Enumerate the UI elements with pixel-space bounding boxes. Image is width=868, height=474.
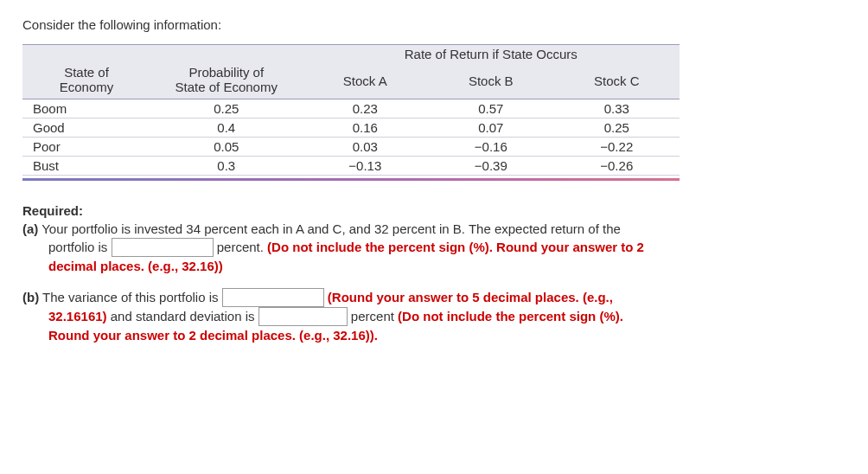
part-a-text2b: percent. [214,240,268,254]
table-row: Poor 0.05 0.03 −0.16 −0.22 [22,137,680,156]
cell-b: −0.16 [428,137,553,156]
cell-b: −0.39 [428,156,553,175]
col-stock-c: Stock C [554,63,680,99]
part-a: (a) Your portfolio is invested 34 percen… [22,220,827,277]
col-stock-a: Stock A [303,63,428,99]
table-header-row: State ofEconomy Probability ofState of E… [22,63,680,99]
cell-b: 0.07 [428,118,553,137]
table-row: Bust 0.3 −0.13 −0.39 −0.26 [22,156,680,175]
part-b-hint4: Round your answer to 2 decimal places. (… [48,328,378,343]
cell-state: Bust [22,156,150,175]
rate-header: Rate of Return if State Occurs [303,45,680,64]
table-super-header: Rate of Return if State Occurs [22,45,680,64]
cell-a: 0.03 [303,137,428,156]
cell-c: 0.33 [554,99,680,118]
col-state: State ofEconomy [22,63,150,99]
intro-text: Consider the following information: [22,17,846,32]
part-b-hint3: (Do not include the percent sign (%). [398,309,623,323]
col-stock-b: Stock B [428,63,553,99]
variance-input[interactable] [222,288,324,307]
cell-a: 0.16 [303,118,428,137]
cell-c: −0.22 [554,137,680,156]
cell-prob: 0.25 [150,99,303,118]
expected-return-input[interactable] [112,238,214,257]
cell-prob: 0.05 [150,137,303,156]
required-heading: Required: [22,203,846,218]
cell-c: 0.25 [554,118,680,137]
part-a-label: (a) [22,221,38,236]
part-b: (b) The variance of this portfolio is (R… [22,288,827,345]
part-b-text2: and standard deviation is [107,309,258,323]
part-b-hint2a: 32.16161) [48,309,107,323]
part-a-hint1: (Do not include the percent sign (%). Ro… [267,240,644,254]
part-b-hint1: (Round your answer to 5 decimal places. … [324,290,613,304]
part-b-label: (b) [22,290,39,304]
table-row: Boom 0.25 0.23 0.57 0.33 [22,99,680,118]
data-table: Rate of Return if State Occurs State ofE… [22,44,680,176]
part-a-text1: Your portfolio is invested 34 percent ea… [38,221,621,236]
col-prob: Probability ofState of Economy [150,63,303,99]
cell-state: Boom [22,99,150,118]
cell-b: 0.57 [428,99,553,118]
table-row: Good 0.4 0.16 0.07 0.25 [22,118,680,137]
part-b-text3: percent [348,309,398,323]
cell-a: −0.13 [303,156,428,175]
cell-state: Poor [22,137,150,156]
part-a-text2a: portfolio is [48,240,112,254]
part-a-hint2: decimal places. (e.g., 32.16)) [48,259,223,273]
cell-prob: 0.4 [150,118,303,137]
cell-c: −0.26 [554,156,680,175]
part-b-text1: The variance of this portfolio is [39,290,222,304]
cell-state: Good [22,118,150,137]
data-table-container: Rate of Return if State Occurs State ofE… [22,44,680,181]
cell-prob: 0.3 [150,156,303,175]
cell-a: 0.23 [303,99,428,118]
stddev-input[interactable] [258,307,348,326]
